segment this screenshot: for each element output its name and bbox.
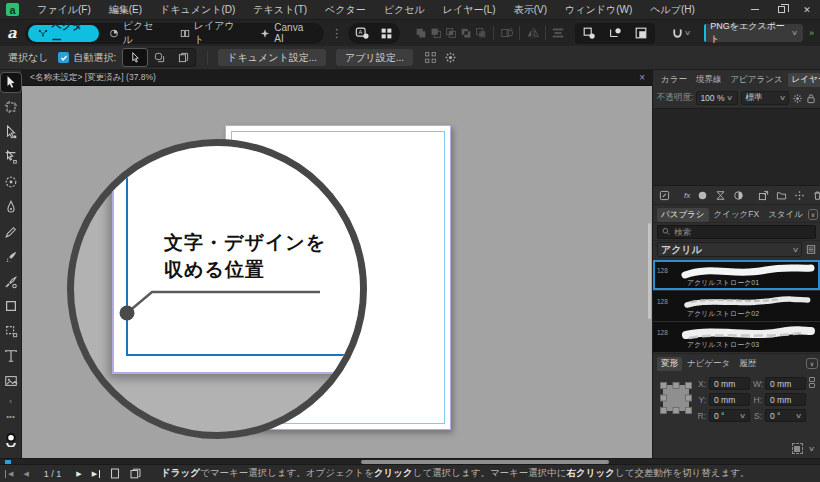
toolbar-overflow-icon[interactable]: »	[803, 28, 820, 38]
last-page-button[interactable]: ▶	[87, 470, 105, 478]
h-field[interactable]: 0 mm	[765, 393, 806, 406]
document-tab[interactable]: <名称未設定> [変更済み] (37.8%)	[22, 72, 156, 84]
new-group-icon[interactable]	[776, 190, 787, 201]
mask-icon[interactable]	[697, 190, 708, 201]
persona-tab-canva-ai[interactable]: Canva AI	[250, 25, 321, 42]
close-button[interactable]: ✕	[794, 0, 820, 20]
rail-expand-icon[interactable]: ›	[1, 397, 21, 406]
first-page-button[interactable]: ◀	[0, 470, 18, 478]
select-same-mode[interactable]	[147, 49, 171, 66]
single-page-view-icon[interactable]	[105, 468, 125, 479]
tab-appearance[interactable]: アピアランス	[726, 73, 786, 87]
brush-category-dropdown[interactable]: アクリル ∨	[657, 242, 802, 257]
dissolve-icon[interactable]	[794, 190, 805, 201]
toolbar-overflow-menu-icon[interactable]: ⋮	[324, 27, 348, 40]
pen-tool[interactable]	[1, 197, 21, 216]
select-cursor-mode[interactable]	[123, 49, 147, 66]
w-field[interactable]: 0 mm	[765, 377, 806, 390]
brush-search-box[interactable]	[657, 225, 816, 239]
menu-text[interactable]: テキスト(T)	[244, 0, 316, 20]
brush-list-menu-icon[interactable]	[806, 244, 816, 255]
brush-search-input[interactable]	[674, 227, 811, 237]
menu-edit[interactable]: 編集(E)	[100, 0, 151, 20]
menu-help[interactable]: ヘルプ(H)	[641, 0, 704, 20]
menu-layer[interactable]: レイヤー(L)	[434, 0, 505, 20]
adjustment-icon[interactable]	[715, 190, 726, 201]
move-tool[interactable]	[1, 73, 21, 92]
menu-document[interactable]: ドキュメント(D)	[151, 0, 244, 20]
canvas-vertical-scrollbar[interactable]	[648, 223, 651, 319]
tab-layers[interactable]: レイヤー	[788, 73, 820, 87]
move-into-layer-icon[interactable]	[758, 190, 769, 201]
apps-grid-icon[interactable]	[378, 25, 394, 41]
ai-lettering-icon[interactable]: A	[354, 25, 370, 41]
vector-brush-tool[interactable]	[1, 247, 21, 266]
more-tools-icon[interactable]: •••	[1, 412, 21, 421]
restore-button[interactable]	[768, 0, 794, 20]
document-settings-button[interactable]: ドキュメント設定...	[218, 49, 326, 66]
tab-quick-fx[interactable]: クイックFX	[710, 208, 764, 222]
anchor-point-selector[interactable]	[659, 381, 693, 415]
brush-item-acrylic-02[interactable]: 128 アクリルストローク02	[653, 291, 820, 321]
menu-pixel[interactable]: ピクセル	[375, 0, 434, 20]
live-filter-icon[interactable]	[733, 190, 744, 201]
tab-stroke[interactable]: 境界線	[692, 73, 726, 87]
tab-history[interactable]: 履歴	[735, 357, 760, 371]
menu-file[interactable]: ファイル(F)	[28, 0, 100, 20]
artistic-text-tool[interactable]	[1, 347, 21, 366]
transform-objects-icon[interactable]	[581, 25, 597, 41]
blend-mode-dropdown[interactable]: 標準 ∨	[741, 91, 789, 105]
x-field[interactable]: 0 mm	[709, 377, 750, 390]
minimize-button[interactable]	[742, 0, 768, 20]
select-stack-mode[interactable]	[171, 49, 195, 66]
color-selector-wheel[interactable]	[1, 427, 21, 452]
snapping-chevron-icon[interactable]: ∨	[684, 29, 691, 37]
transform-panel-chevron-icon[interactable]: ∨	[806, 358, 818, 369]
brush-item-acrylic-03[interactable]: 128 アクリルストローク03	[653, 322, 820, 352]
contour-tool[interactable]	[1, 148, 21, 167]
opacity-dropdown[interactable]: 100 % ∨	[696, 91, 738, 105]
selection-brush-tool[interactable]	[1, 173, 21, 192]
persona-tab-layout[interactable]: レイアウト	[170, 25, 251, 42]
menu-window[interactable]: ウィンドウ(W)	[556, 0, 641, 20]
r-field[interactable]: 0 °∨	[709, 409, 750, 422]
marquee-tool[interactable]	[1, 322, 21, 341]
edit-all-layers-icon[interactable]	[659, 190, 670, 201]
brush-panel-chevron-icon[interactable]: ∨	[808, 209, 818, 220]
settings-gear-icon[interactable]	[442, 50, 458, 66]
tab-color[interactable]: カラー	[657, 73, 691, 87]
tab-transform[interactable]: 変形	[657, 357, 682, 371]
rectangle-tool[interactable]	[1, 297, 21, 316]
place-image-tool[interactable]	[1, 372, 21, 391]
export-png-button[interactable]: PNGをエクスポート ∨	[704, 24, 804, 42]
link-dimensions-icon[interactable]	[808, 377, 816, 422]
next-page-button[interactable]: ▶	[71, 470, 86, 478]
tab-styles[interactable]: スタイル	[764, 208, 807, 222]
menu-vector[interactable]: ベクター	[316, 0, 375, 20]
s-field[interactable]: 0 °∨	[765, 409, 806, 422]
blend-gear-icon[interactable]	[792, 93, 803, 104]
fx-icon[interactable]: fx	[684, 191, 690, 200]
footer-chevron-icon[interactable]: ∨	[808, 445, 815, 453]
artboard-tool[interactable]	[1, 98, 21, 117]
lock-icon[interactable]	[806, 93, 816, 104]
prev-page-button[interactable]: ◀	[18, 470, 33, 478]
layers-list-empty[interactable]	[653, 108, 820, 186]
app-settings-button[interactable]: アプリ設定...	[336, 49, 413, 66]
snap-nodes-icon[interactable]	[607, 25, 623, 41]
brush-item-acrylic-01[interactable]: 128 アクリルストローク01	[653, 260, 820, 290]
autoselect-checkbox[interactable]	[58, 52, 69, 63]
persona-tab-pixel[interactable]: ピクセル	[99, 25, 170, 42]
y-field[interactable]: 0 mm	[709, 393, 750, 406]
canvas[interactable]: 文字・デザインを 収める位置	[22, 86, 652, 458]
insert-inside-icon[interactable]	[633, 25, 649, 41]
pencil-tool[interactable]	[1, 222, 21, 241]
node-tool[interactable]	[1, 123, 21, 142]
tab-close-icon[interactable]: ×	[632, 72, 652, 83]
delete-layer-icon[interactable]	[812, 190, 820, 201]
persona-tab-vector[interactable]: ベクター	[28, 25, 99, 42]
scope-grid-icon[interactable]	[422, 50, 438, 66]
menu-view[interactable]: 表示(V)	[505, 0, 556, 20]
selection-box-mode-icon[interactable]	[792, 443, 803, 454]
tab-path-brushes[interactable]: パスブラシ	[657, 208, 709, 222]
